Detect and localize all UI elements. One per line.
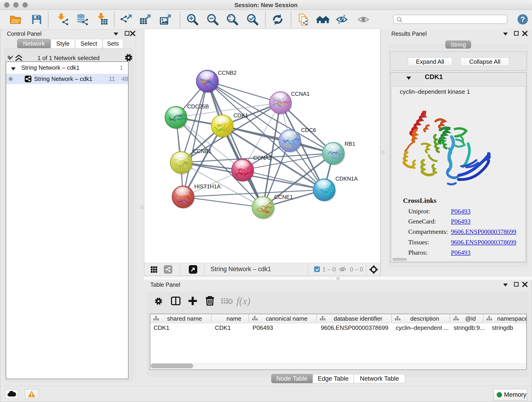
svg-text:CDC25B: CDC25B	[187, 103, 209, 109]
svg-text:CDK1: CDK1	[234, 112, 248, 119]
svg-text:CCNB1: CCNB1	[193, 148, 211, 154]
svg-text:HIST1H1A: HIST1H1A	[194, 183, 221, 190]
svg-text:RB1: RB1	[345, 141, 355, 147]
svg-text:CCNB2: CCNB2	[218, 70, 236, 76]
svg-text:CDKN1A: CDKN1A	[336, 176, 358, 182]
svg-text:CCNE1: CCNE1	[274, 194, 293, 200]
svg-text:CCNA2: CCNA2	[253, 155, 272, 161]
svg-text:CCNA1: CCNA1	[291, 91, 310, 97]
svg-text:CDC6: CDC6	[301, 127, 316, 133]
